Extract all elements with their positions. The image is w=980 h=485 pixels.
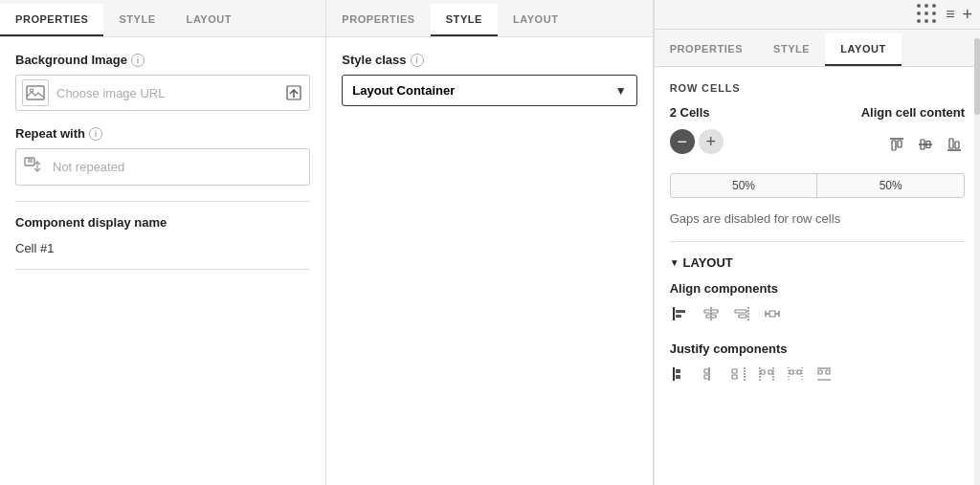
stretch-icon[interactable] — [762, 303, 783, 328]
image-url-placeholder: Choose image URL — [56, 86, 277, 100]
repeat-placeholder: Not repeated — [53, 160, 124, 174]
repeat-with-input-row[interactable]: Not repeated — [15, 148, 310, 186]
style-class-info-icon[interactable]: i — [411, 54, 424, 67]
justify-label: Justify components — [670, 342, 965, 356]
tab-layout-middle[interactable]: LAYOUT — [498, 4, 574, 36]
justify-center-icon[interactable] — [699, 364, 720, 388]
middle-tab-bar: PROPERTIES STYLE LAYOUT — [326, 0, 652, 37]
align-components-label: Align components — [670, 281, 965, 296]
component-name-label: Component display name — [15, 215, 310, 230]
repeat-with-label: Repeat with i — [15, 126, 310, 141]
cell-bars: 50% 50% — [670, 173, 965, 198]
grid-icon — [917, 4, 938, 25]
scrollbar-thumb[interactable] — [974, 38, 980, 115]
middle-panel: PROPERTIES STYLE LAYOUT Style class i La… — [326, 0, 653, 485]
tab-properties-right[interactable]: PROPERTIES — [655, 33, 758, 66]
align-icons-row — [886, 134, 965, 159]
align-center-h-icon[interactable] — [701, 303, 722, 328]
style-class-label: Style class i — [342, 53, 636, 67]
svg-rect-18 — [676, 310, 685, 313]
scrollbar-track[interactable] — [974, 38, 980, 485]
tab-layout-left[interactable]: LAYOUT — [171, 4, 248, 36]
background-image-label: Background Image i — [15, 53, 310, 67]
svg-rect-0 — [27, 86, 44, 99]
align-right-icon[interactable] — [731, 303, 752, 328]
remove-cell-button[interactable]: − — [670, 129, 695, 154]
cell-bar-1[interactable]: 50% — [671, 174, 818, 197]
svg-rect-32 — [676, 369, 680, 373]
left-panel: PROPERTIES STYLE LAYOUT Background Image… — [0, 0, 326, 485]
cell-bar-2[interactable]: 50% — [817, 174, 964, 197]
chevron-down-icon: ▼ — [615, 84, 627, 98]
row-cells-header: 2 Cells Align cell content — [670, 105, 965, 120]
align-components-row — [670, 303, 965, 328]
justify-end-icon[interactable] — [727, 364, 748, 388]
tab-layout-right[interactable]: LAYOUT — [825, 33, 902, 66]
left-panel-content: Background Image i Choose image URL — [0, 37, 325, 485]
svg-rect-33 — [676, 375, 680, 379]
right-tab-bar: PROPERTIES STYLE LAYOUT — [655, 30, 980, 67]
style-class-dropdown[interactable]: Layout Container ▼ — [342, 75, 636, 106]
repeat-with-info-icon[interactable]: i — [89, 127, 102, 141]
chevron-down-layout-icon: ▼ — [670, 257, 679, 268]
align-cell-label: Align cell content — [861, 105, 965, 120]
filter-icon[interactable]: ≡ — [946, 6, 954, 23]
svg-rect-38 — [732, 369, 737, 373]
image-upload-button[interactable] — [284, 83, 303, 102]
justify-row — [670, 364, 965, 388]
add-icon[interactable]: + — [962, 5, 972, 25]
svg-rect-52 — [826, 370, 830, 374]
svg-rect-43 — [768, 370, 772, 374]
gaps-disabled-text: Gaps are disabled for row cells — [670, 211, 965, 226]
svg-rect-46 — [790, 370, 793, 374]
align-center-icon[interactable] — [915, 134, 936, 159]
tab-style-left[interactable]: STYLE — [103, 4, 170, 36]
layout-subsection-header[interactable]: ▼ LAYOUT — [670, 255, 965, 270]
svg-rect-9 — [892, 141, 896, 150]
svg-rect-47 — [797, 370, 801, 374]
svg-rect-42 — [761, 370, 765, 374]
background-image-input-row[interactable]: Choose image URL — [15, 75, 310, 111]
right-panel-content: ROW CELLS 2 Cells Align cell content − + — [655, 67, 980, 485]
svg-rect-15 — [949, 139, 953, 148]
divider-layout — [670, 241, 965, 242]
left-tab-bar: PROPERTIES STYLE LAYOUT — [0, 0, 325, 37]
svg-rect-25 — [739, 315, 746, 318]
row-cells-section-title: ROW CELLS — [670, 82, 965, 94]
align-top-icon[interactable] — [886, 134, 907, 159]
svg-rect-10 — [898, 141, 902, 147]
justify-space-evenly-icon[interactable] — [813, 364, 835, 388]
justify-space-between-icon[interactable] — [756, 364, 777, 388]
svg-rect-16 — [955, 142, 959, 148]
add-cell-button[interactable]: + — [699, 129, 724, 154]
tab-properties-middle[interactable]: PROPERTIES — [326, 4, 430, 36]
cells-count: 2 Cells — [670, 105, 710, 120]
divider-2 — [15, 269, 310, 270]
background-image-info-icon[interactable]: i — [131, 54, 145, 67]
style-class-value: Layout Container — [352, 83, 455, 98]
svg-rect-39 — [732, 375, 737, 379]
image-placeholder-icon — [22, 79, 49, 106]
middle-panel-content: Style class i Layout Container ▼ — [326, 37, 652, 485]
svg-rect-19 — [676, 315, 681, 318]
tab-properties-left[interactable]: PROPERTIES — [0, 4, 103, 36]
layout-subsection-label: LAYOUT — [683, 255, 733, 270]
svg-rect-24 — [735, 310, 746, 313]
align-bottom-icon[interactable] — [944, 134, 965, 159]
cells-controls: − + — [670, 129, 724, 154]
component-name-value: Cell #1 — [15, 237, 310, 255]
align-left-icon[interactable] — [670, 303, 691, 328]
justify-space-around-icon[interactable] — [785, 364, 806, 388]
svg-rect-51 — [818, 370, 822, 374]
repeat-icon — [24, 155, 45, 179]
tab-style-right[interactable]: STYLE — [758, 33, 825, 66]
justify-start-icon[interactable] — [670, 364, 691, 388]
divider-1 — [15, 201, 310, 202]
right-toolbar: ≡ + — [655, 0, 980, 30]
tab-style-middle[interactable]: STYLE — [431, 4, 498, 36]
svg-rect-30 — [769, 311, 775, 317]
right-panel-wrapper: ≡ + PROPERTIES STYLE LAYOUT ROW CELLS 2 … — [654, 0, 980, 485]
